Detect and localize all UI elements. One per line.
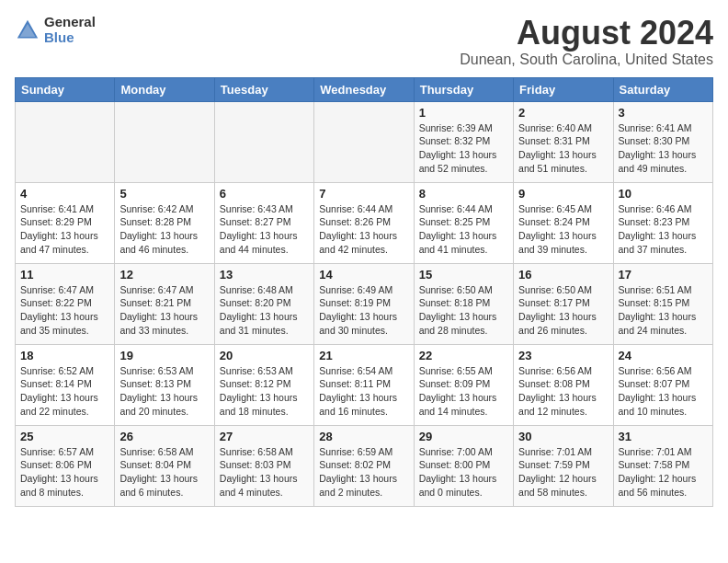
title-block: August 2024 Dunean, South Carolina, Unit…: [460, 15, 713, 68]
day-info: Sunrise: 6:53 AM Sunset: 8:12 PM Dayligh…: [220, 364, 309, 419]
day-number: 4: [20, 187, 109, 201]
calendar-cell: 23Sunrise: 6:56 AM Sunset: 8:08 PM Dayli…: [514, 344, 613, 425]
calendar-subtitle: Dunean, South Carolina, United States: [460, 52, 713, 68]
calendar-cell: 26Sunrise: 6:58 AM Sunset: 8:04 PM Dayli…: [115, 425, 214, 506]
calendar-cell: 22Sunrise: 6:55 AM Sunset: 8:09 PM Dayli…: [414, 344, 513, 425]
day-info: Sunrise: 6:44 AM Sunset: 8:26 PM Dayligh…: [319, 202, 408, 257]
day-info: Sunrise: 6:59 AM Sunset: 8:02 PM Dayligh…: [319, 445, 408, 500]
day-info: Sunrise: 6:58 AM Sunset: 8:03 PM Dayligh…: [220, 445, 309, 500]
col-header-wednesday: Wednesday: [314, 77, 414, 101]
day-info: Sunrise: 6:42 AM Sunset: 8:28 PM Dayligh…: [119, 202, 209, 257]
calendar-cell: 10Sunrise: 6:46 AM Sunset: 8:23 PM Dayli…: [613, 182, 712, 263]
day-number: 12: [119, 268, 209, 282]
day-info: Sunrise: 6:51 AM Sunset: 8:15 PM Dayligh…: [619, 283, 708, 338]
calendar-cell: 7Sunrise: 6:44 AM Sunset: 8:26 PM Daylig…: [314, 182, 414, 263]
calendar-cell: 6Sunrise: 6:43 AM Sunset: 8:27 PM Daylig…: [214, 182, 313, 263]
day-number: 21: [319, 349, 408, 362]
day-number: 26: [119, 430, 209, 443]
day-number: 16: [518, 268, 608, 282]
calendar-cell: [16, 101, 115, 182]
col-header-friday: Friday: [514, 77, 613, 101]
col-header-tuesday: Tuesday: [214, 77, 313, 101]
day-number: 27: [220, 430, 309, 443]
calendar-body: 1Sunrise: 6:39 AM Sunset: 8:32 PM Daylig…: [16, 101, 713, 506]
logo-icon: [15, 17, 40, 43]
day-info: Sunrise: 6:50 AM Sunset: 8:17 PM Dayligh…: [518, 283, 608, 338]
calendar-cell: 18Sunrise: 6:52 AM Sunset: 8:14 PM Dayli…: [16, 344, 115, 425]
day-number: 30: [518, 430, 608, 443]
page-header: General Blue August 2024 Dunean, South C…: [15, 15, 713, 68]
calendar-title: August 2024: [460, 15, 713, 52]
week-row-1: 1Sunrise: 6:39 AM Sunset: 8:32 PM Daylig…: [16, 101, 713, 182]
day-number: 15: [419, 268, 508, 282]
calendar-cell: 5Sunrise: 6:42 AM Sunset: 8:28 PM Daylig…: [115, 182, 214, 263]
day-number: 29: [419, 430, 508, 443]
day-info: Sunrise: 6:56 AM Sunset: 8:08 PM Dayligh…: [518, 364, 608, 419]
calendar-cell: 12Sunrise: 6:47 AM Sunset: 8:21 PM Dayli…: [115, 263, 214, 344]
calendar-cell: 25Sunrise: 6:57 AM Sunset: 8:06 PM Dayli…: [16, 425, 115, 506]
day-info: Sunrise: 6:43 AM Sunset: 8:27 PM Dayligh…: [220, 202, 309, 257]
day-number: 17: [619, 268, 708, 282]
day-info: Sunrise: 6:57 AM Sunset: 8:06 PM Dayligh…: [20, 445, 109, 500]
logo-general: General: [44, 15, 96, 30]
day-number: 10: [619, 187, 708, 201]
day-number: 3: [619, 106, 708, 120]
day-number: 2: [518, 106, 608, 120]
calendar-cell: [115, 101, 214, 182]
calendar-cell: 21Sunrise: 6:54 AM Sunset: 8:11 PM Dayli…: [314, 344, 414, 425]
day-number: 18: [20, 349, 109, 362]
day-number: 8: [419, 187, 508, 201]
calendar-cell: 8Sunrise: 6:44 AM Sunset: 8:25 PM Daylig…: [414, 182, 513, 263]
day-number: 20: [220, 349, 309, 362]
day-number: 14: [319, 268, 408, 282]
calendar-cell: [214, 101, 313, 182]
col-header-thursday: Thursday: [414, 77, 513, 101]
day-info: Sunrise: 6:50 AM Sunset: 8:18 PM Dayligh…: [419, 283, 508, 338]
day-info: Sunrise: 6:47 AM Sunset: 8:22 PM Dayligh…: [20, 283, 109, 338]
day-info: Sunrise: 6:56 AM Sunset: 8:07 PM Dayligh…: [619, 364, 708, 419]
logo-blue: Blue: [44, 30, 96, 46]
day-info: Sunrise: 7:01 AM Sunset: 7:58 PM Dayligh…: [619, 445, 708, 500]
day-info: Sunrise: 7:01 AM Sunset: 7:59 PM Dayligh…: [518, 445, 608, 500]
day-number: 1: [419, 106, 508, 120]
calendar-cell: 20Sunrise: 6:53 AM Sunset: 8:12 PM Dayli…: [214, 344, 313, 425]
calendar-cell: 16Sunrise: 6:50 AM Sunset: 8:17 PM Dayli…: [514, 263, 613, 344]
day-info: Sunrise: 6:49 AM Sunset: 8:19 PM Dayligh…: [319, 283, 408, 338]
day-number: 19: [119, 349, 209, 362]
col-header-monday: Monday: [115, 77, 214, 101]
calendar-cell: 13Sunrise: 6:48 AM Sunset: 8:20 PM Dayli…: [214, 263, 313, 344]
calendar-cell: 30Sunrise: 7:01 AM Sunset: 7:59 PM Dayli…: [514, 425, 613, 506]
header-row: SundayMondayTuesdayWednesdayThursdayFrid…: [16, 77, 713, 101]
calendar-cell: 19Sunrise: 6:53 AM Sunset: 8:13 PM Dayli…: [115, 344, 214, 425]
day-info: Sunrise: 6:52 AM Sunset: 8:14 PM Dayligh…: [20, 364, 109, 419]
day-info: Sunrise: 6:53 AM Sunset: 8:13 PM Dayligh…: [119, 364, 209, 419]
day-info: Sunrise: 6:46 AM Sunset: 8:23 PM Dayligh…: [619, 202, 708, 257]
day-number: 11: [20, 268, 109, 282]
calendar-cell: 15Sunrise: 6:50 AM Sunset: 8:18 PM Dayli…: [414, 263, 513, 344]
calendar-cell: 2Sunrise: 6:40 AM Sunset: 8:31 PM Daylig…: [514, 101, 613, 182]
calendar-cell: 27Sunrise: 6:58 AM Sunset: 8:03 PM Dayli…: [214, 425, 313, 506]
day-number: 7: [319, 187, 408, 201]
day-info: Sunrise: 6:48 AM Sunset: 8:20 PM Dayligh…: [220, 283, 309, 338]
calendar-cell: 28Sunrise: 6:59 AM Sunset: 8:02 PM Dayli…: [314, 425, 414, 506]
day-number: 25: [20, 430, 109, 443]
day-info: Sunrise: 6:45 AM Sunset: 8:24 PM Dayligh…: [518, 202, 608, 257]
calendar-cell: 4Sunrise: 6:41 AM Sunset: 8:29 PM Daylig…: [16, 182, 115, 263]
day-number: 24: [619, 349, 708, 362]
logo-text: General Blue: [44, 15, 96, 45]
day-info: Sunrise: 6:39 AM Sunset: 8:32 PM Dayligh…: [419, 121, 508, 176]
calendar-cell: 29Sunrise: 7:00 AM Sunset: 8:00 PM Dayli…: [414, 425, 513, 506]
day-info: Sunrise: 6:55 AM Sunset: 8:09 PM Dayligh…: [419, 364, 508, 419]
col-header-saturday: Saturday: [613, 77, 712, 101]
day-number: 28: [319, 430, 408, 443]
calendar-cell: 11Sunrise: 6:47 AM Sunset: 8:22 PM Dayli…: [16, 263, 115, 344]
day-number: 5: [119, 187, 209, 201]
day-number: 9: [518, 187, 608, 201]
day-info: Sunrise: 6:40 AM Sunset: 8:31 PM Dayligh…: [518, 121, 608, 176]
logo: General Blue: [15, 15, 96, 45]
day-info: Sunrise: 6:41 AM Sunset: 8:30 PM Dayligh…: [619, 121, 708, 176]
week-row-2: 4Sunrise: 6:41 AM Sunset: 8:29 PM Daylig…: [16, 182, 713, 263]
day-number: 23: [518, 349, 608, 362]
calendar-cell: 3Sunrise: 6:41 AM Sunset: 8:30 PM Daylig…: [613, 101, 712, 182]
day-info: Sunrise: 6:58 AM Sunset: 8:04 PM Dayligh…: [119, 445, 209, 500]
